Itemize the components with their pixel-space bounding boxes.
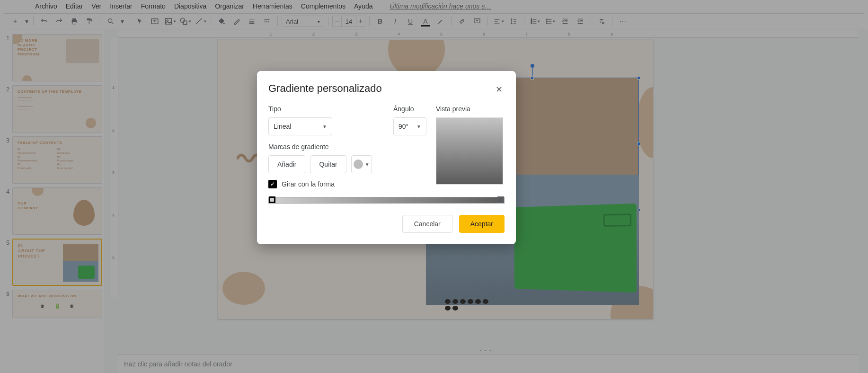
gradient-slider[interactable] bbox=[268, 197, 505, 204]
cancel-button[interactable]: Cancelar bbox=[402, 215, 452, 233]
preview-label: Vista previa bbox=[436, 105, 505, 113]
type-label: Tipo bbox=[268, 105, 384, 113]
close-icon[interactable]: ✕ bbox=[494, 82, 505, 97]
dialog-title: Gradiente personalizado bbox=[268, 82, 382, 95]
rotate-label: Girar con la forma bbox=[282, 180, 335, 188]
stops-label: Marcas de gradiente bbox=[268, 143, 426, 151]
custom-gradient-dialog: Gradiente personalizado ✕ Tipo Lineal▼ Á… bbox=[257, 71, 516, 244]
angle-label: Ángulo bbox=[393, 105, 426, 113]
accept-button[interactable]: Aceptar bbox=[459, 215, 505, 233]
add-stop-button[interactable]: Añadir bbox=[268, 155, 305, 173]
remove-stop-button[interactable]: Quitar bbox=[310, 155, 346, 173]
angle-select[interactable]: 90°▼ bbox=[393, 117, 426, 135]
gradient-stop-end[interactable] bbox=[497, 196, 504, 203]
rotate-with-shape-checkbox[interactable]: ✓ bbox=[268, 180, 277, 188]
gradient-preview bbox=[436, 117, 503, 185]
type-select[interactable]: Lineal▼ bbox=[268, 117, 332, 135]
gradient-stop-start[interactable] bbox=[269, 196, 275, 203]
stop-color-picker[interactable]: ▼ bbox=[351, 155, 372, 173]
